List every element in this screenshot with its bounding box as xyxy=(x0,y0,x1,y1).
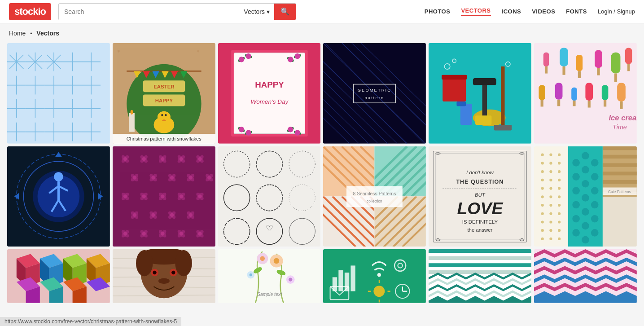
grid-card-r1c4[interactable]: GEOMETRIC pattern xyxy=(323,43,426,144)
search-input[interactable] xyxy=(59,4,239,20)
nav-login[interactable]: Login / Signup xyxy=(598,8,635,15)
svg-point-85 xyxy=(294,53,300,59)
grid-card-r1c6[interactable]: Ice cream Time xyxy=(534,43,637,144)
svg-point-323 xyxy=(558,212,561,215)
svg-rect-118 xyxy=(460,104,472,125)
svg-text:8 Seamless Patterns: 8 Seamless Patterns xyxy=(353,191,396,196)
svg-rect-146 xyxy=(604,100,606,107)
svg-point-314 xyxy=(558,187,561,189)
svg-rect-129 xyxy=(576,55,583,71)
grid-card-r1c3[interactable]: HAPPY Women's Day xyxy=(218,43,321,144)
svg-point-391 xyxy=(136,250,153,276)
grid-card-r1c5[interactable] xyxy=(429,43,531,144)
grid-card-r1c1[interactable] xyxy=(7,43,110,144)
svg-point-234 xyxy=(180,232,183,235)
grid-card-r3c5[interactable] xyxy=(429,249,531,303)
svg-rect-358 xyxy=(603,180,637,184)
grid-card-r2c4[interactable]: 8 Seamless Patterns collection xyxy=(323,146,426,247)
svg-point-63 xyxy=(161,114,163,116)
svg-point-88 xyxy=(288,127,293,132)
nav-fonts[interactable]: FONTS xyxy=(566,8,587,15)
svg-rect-116 xyxy=(501,66,505,127)
nav-icons[interactable]: ICONS xyxy=(502,8,521,15)
nav-photos[interactable]: PHOTOS xyxy=(425,8,451,15)
svg-marker-431 xyxy=(429,270,531,274)
svg-point-210 xyxy=(198,194,202,198)
svg-marker-430 xyxy=(429,263,531,267)
nav-videos[interactable]: VIDEOS xyxy=(532,8,555,15)
svg-point-351 xyxy=(572,229,580,237)
svg-point-324 xyxy=(541,220,544,223)
svg-point-213 xyxy=(133,213,136,216)
grid-card-r3c4[interactable] xyxy=(323,249,426,303)
svg-point-195 xyxy=(207,176,211,179)
svg-rect-114 xyxy=(482,80,487,118)
svg-text:LOVE: LOVE xyxy=(457,198,504,217)
svg-rect-65 xyxy=(129,113,134,132)
svg-rect-120 xyxy=(475,115,491,125)
svg-rect-138 xyxy=(541,100,543,107)
svg-point-338 xyxy=(582,208,589,216)
svg-rect-117 xyxy=(494,125,512,130)
grid-card-r2c3[interactable]: ♡ xyxy=(218,146,321,247)
grid-card-r1c2[interactable]: EASTER HAPPY ❄❄ ❄❄ Christmas pattern wit… xyxy=(113,43,215,144)
svg-point-350 xyxy=(591,215,599,223)
svg-text:Time: Time xyxy=(613,123,627,131)
svg-text:the answer: the answer xyxy=(468,227,493,233)
grid-card-r3c2[interactable] xyxy=(113,249,215,303)
breadcrumb-home[interactable]: Home xyxy=(9,30,26,37)
svg-point-397 xyxy=(158,278,170,284)
svg-point-189 xyxy=(170,176,174,179)
svg-point-344 xyxy=(591,173,599,181)
svg-point-402 xyxy=(273,258,279,264)
svg-point-342 xyxy=(591,159,599,167)
grid-card-r3c1[interactable] xyxy=(7,249,110,303)
grid-card-r2c2[interactable] xyxy=(113,146,215,247)
svg-rect-112 xyxy=(442,75,467,79)
svg-rect-125 xyxy=(543,53,549,66)
grid-card-r2c5[interactable]: I don't know THE QUESTION BUT LOVE IS DE… xyxy=(429,146,531,247)
nav-vectors[interactable]: VECTORS xyxy=(461,7,491,16)
svg-rect-357 xyxy=(603,172,637,175)
svg-point-317 xyxy=(558,195,561,198)
svg-text:EASTER: EASTER xyxy=(153,84,175,89)
svg-point-228 xyxy=(142,232,145,235)
svg-point-348 xyxy=(591,201,599,208)
svg-point-204 xyxy=(161,194,164,198)
svg-text:collection: collection xyxy=(367,198,383,203)
svg-rect-148 xyxy=(620,101,623,109)
svg-point-303 xyxy=(541,162,544,164)
svg-rect-410 xyxy=(323,249,426,303)
svg-point-207 xyxy=(180,194,183,198)
svg-point-400 xyxy=(260,256,264,261)
svg-text:HAPPY: HAPPY xyxy=(255,80,284,89)
chevron-down-icon: ▾ xyxy=(267,8,270,15)
svg-point-330 xyxy=(541,237,544,240)
breadcrumb-current: Vectors xyxy=(36,30,59,37)
svg-point-86 xyxy=(238,127,244,132)
svg-point-237 xyxy=(198,232,202,235)
grid-card-r2c1[interactable] xyxy=(7,146,110,247)
svg-point-327 xyxy=(541,229,544,232)
svg-point-225 xyxy=(123,232,127,235)
grid-card-r2c6[interactable]: Cute Patterns xyxy=(534,146,637,247)
svg-rect-414 xyxy=(351,266,355,291)
svg-rect-73 xyxy=(234,53,305,134)
svg-rect-111 xyxy=(443,76,466,101)
grid-card-r3c3[interactable]: Sample text xyxy=(218,249,321,303)
svg-rect-355 xyxy=(603,154,637,158)
svg-rect-115 xyxy=(473,78,496,85)
svg-rect-354 xyxy=(603,146,637,150)
svg-point-201 xyxy=(142,194,145,198)
svg-text:Women's Day: Women's Day xyxy=(250,98,289,105)
logo[interactable]: stockio xyxy=(9,3,51,20)
svg-point-300 xyxy=(541,153,544,156)
svg-point-321 xyxy=(541,212,544,215)
svg-point-311 xyxy=(558,178,561,181)
svg-point-335 xyxy=(582,166,589,173)
grid-card-r3c6[interactable] xyxy=(534,249,637,303)
svg-rect-0 xyxy=(7,43,110,144)
search-dropdown[interactable]: Vectors ▾ xyxy=(239,4,274,20)
svg-point-326 xyxy=(558,220,561,223)
search-button[interactable]: 🔍 xyxy=(274,4,296,20)
